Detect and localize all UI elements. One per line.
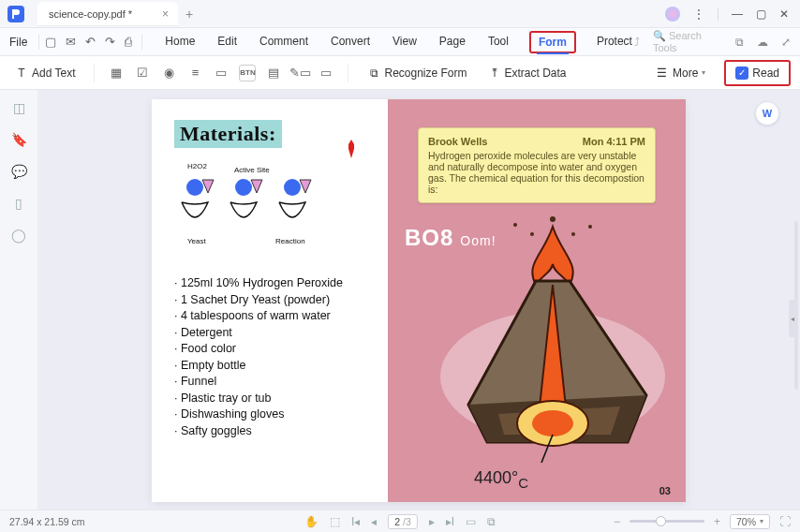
menu-file[interactable]: File bbox=[9, 36, 27, 49]
maximize-icon[interactable]: ▢ bbox=[756, 7, 766, 21]
menu-tab-page[interactable]: Page bbox=[437, 31, 467, 53]
page-dimensions: 27.94 x 21.59 cm bbox=[9, 516, 85, 527]
continuous-page-icon[interactable]: ⧉ bbox=[487, 515, 496, 528]
dropdown-field-icon[interactable]: ▭ bbox=[213, 65, 230, 81]
next-page-icon[interactable]: ▸ bbox=[429, 515, 435, 528]
close-window-icon[interactable]: ✕ bbox=[779, 7, 789, 21]
svg-point-4 bbox=[513, 223, 517, 227]
last-page-icon[interactable]: ▸I bbox=[446, 515, 454, 528]
form-toolbar: T Add Text ▦ ☑ ◉ ≡ ▭ BTN ▤ ✎▭ ▭ ⧉ Recogn… bbox=[0, 56, 800, 90]
field-select-icon[interactable]: ▦ bbox=[108, 65, 125, 81]
date-field-icon[interactable]: ▭ bbox=[318, 65, 334, 81]
close-tab-icon[interactable]: × bbox=[162, 7, 169, 21]
undo-icon[interactable]: ↶ bbox=[85, 35, 96, 49]
page-canvas[interactable]: W Materials: H2O2 Active Site bbox=[37, 90, 800, 510]
expand-right-panel[interactable]: ◂ bbox=[789, 300, 796, 337]
h2o2-label: H2O2 bbox=[187, 162, 207, 170]
read-checkbox-icon: ✓ bbox=[735, 66, 748, 80]
material-item: · Food color bbox=[174, 341, 373, 358]
comments-icon[interactable]: 💬 bbox=[10, 163, 27, 180]
search-panel-icon[interactable]: ◯ bbox=[10, 227, 27, 244]
menubar: File ▢ ✉ ↶ ↷ ⎙ HomeEditCommentConvertVie… bbox=[0, 28, 800, 56]
thumbnails-icon[interactable]: ◫ bbox=[10, 99, 27, 116]
attachments-icon[interactable]: ▯ bbox=[10, 195, 27, 212]
material-item: · Plastic tray or tub bbox=[174, 391, 373, 407]
svg-point-5 bbox=[550, 216, 556, 222]
yeast-label: Yeast bbox=[187, 237, 207, 245]
menu-tab-home[interactable]: Home bbox=[163, 31, 197, 53]
single-page-icon[interactable]: ▭ bbox=[466, 515, 476, 528]
new-tab-button[interactable]: + bbox=[185, 7, 193, 22]
more-label: More bbox=[673, 66, 698, 80]
reaction-sketch: H2O2 Active Site Yeast Reaction bbox=[174, 159, 373, 249]
svg-point-0 bbox=[186, 179, 203, 196]
checkbox-field-icon[interactable]: ☑ bbox=[134, 65, 151, 81]
first-page-icon[interactable]: I◂ bbox=[351, 515, 360, 528]
upload-icon: ⤒ bbox=[488, 66, 501, 80]
menu-tab-convert[interactable]: Convert bbox=[329, 31, 372, 53]
menu-tab-view[interactable]: View bbox=[391, 31, 419, 53]
print-icon[interactable]: ⎙ bbox=[125, 35, 132, 49]
temperature-label: 4400°C bbox=[474, 468, 528, 491]
material-item: · Detergent bbox=[174, 325, 373, 342]
menu-tab-tool[interactable]: Tool bbox=[486, 31, 511, 53]
prev-page-icon[interactable]: ◂ bbox=[371, 515, 377, 528]
redo-icon[interactable]: ↷ bbox=[105, 35, 115, 49]
note-time: Mon 4:11 PM bbox=[583, 136, 645, 147]
search-tools-placeholder[interactable]: Search Tools bbox=[653, 30, 702, 53]
titlebar: science-copy.pdf * × + ⋮ — ▢ ✕ bbox=[0, 0, 800, 28]
more-tool[interactable]: ☰ More▾ bbox=[650, 63, 711, 83]
button-field-icon[interactable]: BTN bbox=[239, 65, 256, 81]
pdf-page: Materials: H2O2 Active Site bbox=[152, 99, 686, 502]
pushpin-icon[interactable] bbox=[345, 140, 358, 158]
add-text-tool[interactable]: T Add Text bbox=[9, 63, 81, 83]
svg-point-1 bbox=[235, 179, 252, 196]
statusbar: 27.94 x 21.59 cm ✋ ⬚ I◂ ◂ 2 /3 ▸ ▸I ▭ ⧉ … bbox=[0, 510, 800, 532]
recognize-form-label: Recognize Form bbox=[384, 66, 467, 80]
menu-tab-form[interactable]: Form bbox=[537, 32, 569, 54]
zoom-out-icon[interactable]: − bbox=[614, 515, 620, 528]
document-tab-title: science-copy.pdf * bbox=[49, 8, 132, 20]
menu-tab-comment[interactable]: Comment bbox=[258, 31, 310, 53]
text-icon: T bbox=[15, 66, 28, 80]
signature-field-icon[interactable]: ✎▭ bbox=[291, 65, 308, 81]
hand-tool-icon[interactable]: ✋ bbox=[304, 515, 319, 528]
svg-point-6 bbox=[588, 225, 592, 229]
recognize-icon: ⧉ bbox=[367, 66, 380, 80]
minimize-icon[interactable]: — bbox=[732, 7, 743, 21]
svg-point-2 bbox=[284, 179, 301, 196]
zoom-slider[interactable] bbox=[630, 520, 704, 523]
menu-tab-protect[interactable]: Protect bbox=[595, 31, 634, 53]
select-tool-icon[interactable]: ⬚ bbox=[330, 515, 340, 528]
list-field-icon[interactable]: ≡ bbox=[186, 65, 203, 81]
zoom-in-icon[interactable]: + bbox=[714, 515, 720, 528]
extract-data-tool[interactable]: ⤒ Extract Data bbox=[482, 63, 572, 83]
word-export-badge[interactable]: W bbox=[755, 101, 779, 126]
recognize-form-tool[interactable]: ⧉ Recognize Form bbox=[362, 63, 472, 83]
save-icon[interactable]: ▢ bbox=[45, 35, 56, 49]
svg-point-10 bbox=[532, 410, 573, 436]
page-indicator[interactable]: 2 /3 bbox=[388, 514, 418, 529]
materials-heading: Materials: bbox=[174, 120, 282, 148]
mail-icon[interactable]: ✉ bbox=[66, 35, 76, 49]
user-avatar-icon[interactable] bbox=[665, 7, 680, 22]
open-external-icon[interactable]: ⧉ bbox=[735, 36, 744, 49]
menu-tab-edit[interactable]: Edit bbox=[215, 31, 239, 53]
sticky-note[interactable]: Brook Wells Mon 4:11 PM Hydrogen peroxid… bbox=[418, 127, 656, 203]
image-field-icon[interactable]: ▤ bbox=[265, 65, 282, 81]
read-toggle[interactable]: ✓ Read bbox=[730, 64, 785, 82]
read-label: Read bbox=[752, 66, 779, 80]
zoom-value[interactable]: 70%▾ bbox=[730, 514, 770, 529]
fit-page-icon[interactable]: ⛶ bbox=[779, 515, 791, 528]
kebab-menu-icon[interactable]: ⋮ bbox=[693, 7, 704, 21]
cloud-upload-icon[interactable]: ☁ bbox=[757, 36, 768, 49]
material-item: · Funnel bbox=[174, 374, 373, 391]
expand-icon[interactable]: ⤢ bbox=[781, 36, 791, 49]
note-body: Hydrogen peroxide molecules are very uns… bbox=[428, 150, 645, 195]
volcano-illustration bbox=[412, 215, 674, 472]
svg-point-7 bbox=[530, 232, 534, 236]
share-icon[interactable]: ⤴ bbox=[634, 36, 640, 49]
document-tab[interactable]: science-copy.pdf * × bbox=[37, 2, 178, 26]
bookmarks-icon[interactable]: 🔖 bbox=[10, 131, 27, 148]
radio-field-icon[interactable]: ◉ bbox=[160, 65, 177, 81]
